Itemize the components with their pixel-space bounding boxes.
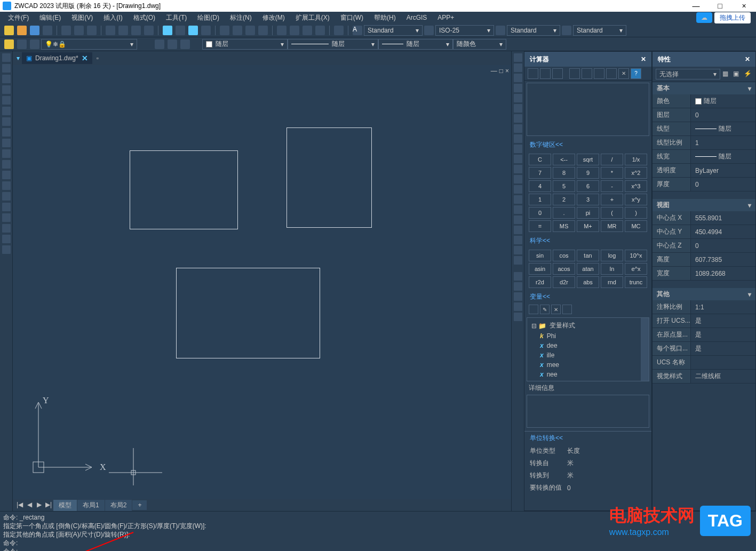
calc-getcoord-icon[interactable] — [569, 68, 580, 79]
calc-sci-ln[interactable]: ln — [601, 263, 623, 275]
drawing-canvas[interactable]: — □ × Y X — [13, 65, 511, 499]
mod18-icon[interactable] — [514, 226, 522, 234]
polygon-icon[interactable] — [2, 85, 11, 94]
calc-key-MS[interactable]: MS — [553, 220, 575, 232]
command-window[interactable]: 命令: _rectang 指定第一个角点或 [倒角(C)/标高(E)/圆角(F)… — [0, 511, 756, 551]
tab-close-icon[interactable]: ✕ — [82, 54, 88, 62]
calc-sci-header[interactable]: 科学<< — [524, 234, 651, 247]
first-tab-button[interactable]: |◀ — [15, 501, 24, 509]
undo-icon[interactable] — [163, 26, 172, 35]
calc-dist-icon[interactable] — [582, 68, 592, 79]
ellipse-arc-icon[interactable] — [2, 160, 11, 169]
new-icon[interactable] — [4, 26, 14, 35]
layer-tool-3-icon[interactable] — [514, 292, 522, 301]
calc-sci-log[interactable]: log — [601, 250, 623, 261]
array-icon[interactable] — [514, 94, 522, 102]
pline-icon[interactable] — [2, 75, 11, 83]
layout2-tab[interactable]: 布局2 — [105, 500, 132, 511]
layer-dropdown[interactable]: 💡❄🔒0▾ — [41, 39, 137, 50]
pan-icon[interactable] — [220, 26, 229, 35]
calc-key-x^y[interactable]: x^y — [625, 194, 647, 205]
ellipse-icon[interactable] — [2, 149, 11, 158]
prop-value[interactable] — [691, 356, 755, 369]
calc-sci-d2r[interactable]: d2r — [553, 276, 575, 288]
calc-paste-icon[interactable] — [552, 68, 563, 79]
calc-numpad-header[interactable]: 数字键区<< — [524, 138, 651, 151]
calc-sci-cos[interactable]: cos — [553, 250, 575, 261]
join-icon[interactable] — [514, 175, 522, 183]
convert-from-value[interactable]: 米 — [567, 459, 646, 468]
calc-clear-icon[interactable] — [528, 68, 538, 79]
add-layout-tab[interactable]: + — [132, 500, 147, 510]
calc-sci-trunc[interactable]: trunc — [625, 276, 647, 288]
open-icon[interactable] — [17, 26, 27, 35]
mod20-icon[interactable] — [514, 246, 522, 254]
calc-key-8[interactable]: 8 — [553, 167, 575, 179]
prop-value[interactable]: 二维线框 — [691, 370, 755, 383]
last-tab-button[interactable]: ▶| — [44, 501, 53, 509]
redo-dd-icon[interactable] — [201, 26, 211, 35]
calc-key-C[interactable]: C — [529, 154, 551, 165]
calc-sci-10^x[interactable]: 10^x — [625, 250, 647, 261]
calc-x-icon[interactable]: ✕ — [618, 68, 629, 79]
spline-icon[interactable] — [2, 139, 11, 147]
var-item-nee[interactable]: xnee — [529, 370, 647, 379]
layer-icon[interactable] — [4, 39, 14, 49]
offset-icon[interactable] — [514, 84, 522, 92]
props-close-icon[interactable]: ✕ — [745, 55, 750, 63]
menu-edit[interactable]: 编辑(E) — [34, 13, 66, 22]
calc-panel-title[interactable]: 计算器 ✕ — [524, 52, 651, 67]
print-icon[interactable] — [61, 26, 71, 35]
prop-value[interactable]: 0 — [691, 108, 755, 122]
zoom-win-icon[interactable] — [245, 26, 255, 35]
calc-int-icon[interactable] — [606, 68, 617, 79]
calc-sci-e^x[interactable]: e^x — [625, 263, 647, 275]
menu-express[interactable]: 扩展工具(X) — [290, 13, 335, 22]
design-center-icon[interactable] — [290, 26, 299, 35]
layer-tool3-icon[interactable] — [180, 39, 190, 49]
var-item-dee[interactable]: xdee — [529, 341, 647, 350]
calc-key-7[interactable]: 7 — [529, 167, 551, 179]
redo-icon[interactable] — [188, 26, 198, 35]
calc-sci-sin[interactable]: sin — [529, 250, 551, 261]
calc-var-header[interactable]: 变量<< — [524, 290, 651, 304]
help-icon[interactable] — [334, 26, 344, 35]
menu-insert[interactable]: 插入(I) — [98, 13, 128, 22]
text-a-icon[interactable]: A — [353, 26, 362, 35]
explode-icon[interactable] — [514, 205, 522, 214]
prop-value[interactable]: 607.7385 — [691, 253, 755, 266]
tool-palette-icon[interactable] — [303, 26, 312, 35]
layout1-tab[interactable]: 布局1 — [77, 500, 105, 511]
model-tab[interactable]: 模型 — [53, 500, 77, 511]
prop-value[interactable]: 450.4994 — [691, 225, 755, 238]
var-item-Phi[interactable]: kPhi — [529, 331, 647, 341]
break-icon[interactable] — [514, 165, 522, 173]
calc-key-MR[interactable]: MR — [601, 220, 623, 232]
calc-sci-asin[interactable]: asin — [529, 263, 551, 275]
calc-key-([interactable]: ( — [601, 207, 623, 219]
mod19-icon[interactable] — [514, 236, 522, 244]
canvas-max-icon[interactable]: □ — [499, 67, 503, 75]
upload-button[interactable]: ☁ 拖拽上传 — [696, 12, 756, 23]
layer-tool-4-icon[interactable] — [514, 302, 522, 311]
window-maximize-button[interactable]: □ — [708, 0, 732, 12]
canvas-min-icon[interactable]: — — [491, 67, 497, 75]
table-icon[interactable] — [2, 224, 11, 233]
calc-key-=[interactable]: = — [529, 220, 551, 232]
layer-tool-1-icon[interactable] — [514, 272, 522, 281]
dim-style-dropdown[interactable]: ISO-25▾ — [435, 25, 494, 36]
prop-value[interactable]: 0 — [691, 239, 755, 252]
quick-select-icon[interactable]: ▦ — [722, 70, 731, 78]
canvas-close-icon[interactable]: × — [505, 67, 509, 75]
var-tree-scrollbar[interactable] — [641, 318, 649, 381]
layer-state-icon[interactable] — [30, 39, 39, 49]
linetype-dropdown[interactable]: 随层▾ — [288, 39, 378, 50]
xline-icon[interactable] — [2, 64, 11, 73]
calc-key-.[interactable]: . — [553, 207, 575, 219]
mleader-icon[interactable] — [562, 26, 571, 35]
calc-key-3[interactable]: 3 — [577, 194, 599, 205]
revcloud-icon[interactable] — [2, 128, 11, 137]
var-item-ille[interactable]: xille — [529, 350, 647, 360]
mod21-icon[interactable] — [514, 256, 522, 265]
selection-dropdown[interactable]: 无选择▾ — [656, 69, 720, 79]
